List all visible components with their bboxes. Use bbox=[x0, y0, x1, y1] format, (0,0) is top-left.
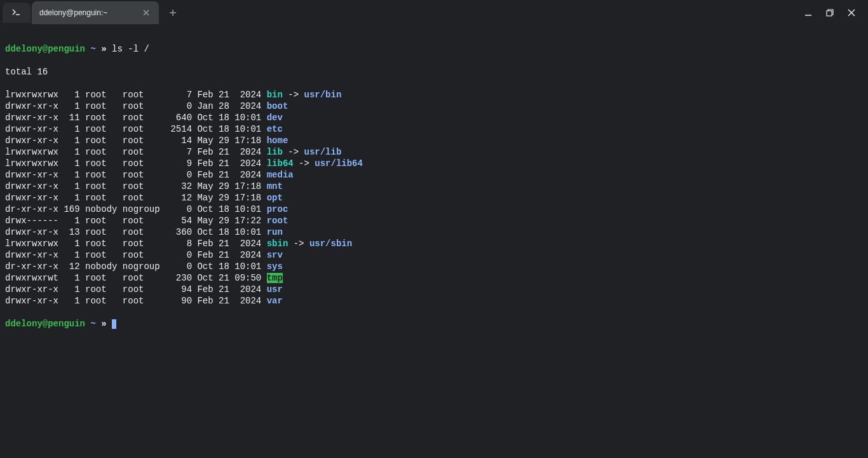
listing-row: drwxr-xr-x 13 root root 360 Oct 18 10:01… bbox=[5, 226, 863, 238]
symlink-arrow: -> bbox=[283, 147, 304, 157]
prompt-path: ~ bbox=[90, 44, 95, 54]
listing-name: opt bbox=[267, 193, 283, 203]
tab-active[interactable]: ddelony@penguin:~ bbox=[32, 1, 159, 24]
listing-name: mnt bbox=[267, 181, 283, 191]
listing-name: etc bbox=[267, 124, 283, 134]
prompt-user: ddelony@penguin bbox=[5, 44, 85, 54]
close-button[interactable] bbox=[846, 8, 857, 18]
listing-name: boot bbox=[267, 101, 288, 111]
close-icon bbox=[143, 10, 149, 16]
minimize-icon bbox=[804, 9, 812, 17]
prompt-user: ddelony@penguin bbox=[5, 319, 85, 329]
listing-row: drwxr-xr-x 1 root root 14 May 29 17:18 h… bbox=[5, 135, 863, 146]
listing-meta: lrwxrwxrwx 1 root root 7 Feb 21 2024 bbox=[5, 90, 267, 100]
maximize-button[interactable] bbox=[825, 8, 835, 18]
listing-name: dev bbox=[267, 113, 283, 123]
listing-name: sbin bbox=[267, 239, 288, 249]
prompt-arrow: » bbox=[101, 44, 106, 54]
listing-row: lrwxrwxrwx 1 root root 9 Feb 21 2024 lib… bbox=[5, 158, 863, 169]
titlebar: ddelony@penguin:~ bbox=[0, 0, 868, 25]
listing-container: lrwxrwxrwx 1 root root 7 Feb 21 2024 bin… bbox=[5, 89, 863, 307]
symlink-target: usr/lib bbox=[304, 147, 342, 157]
listing-meta: drwxr-xr-x 1 root root 0 Feb 21 2024 bbox=[5, 170, 267, 180]
terminal-output[interactable]: ddelony@penguin ~ » ls -l / total 16 lrw… bbox=[0, 25, 868, 347]
listing-meta: drwxr-xr-x 1 root root 94 Feb 21 2024 bbox=[5, 284, 267, 295]
listing-name: usr bbox=[267, 284, 283, 295]
symlink-target: usr/sbin bbox=[309, 239, 352, 249]
symlink-arrow: -> bbox=[294, 158, 315, 169]
prompt-line: ddelony@penguin ~ » ls -l / bbox=[5, 43, 863, 55]
symlink-target: usr/lib64 bbox=[315, 158, 363, 169]
listing-meta: drwxr-xr-x 1 root root 90 Feb 21 2024 bbox=[5, 296, 267, 306]
terminal-launcher-icon[interactable] bbox=[3, 3, 31, 23]
tab-close-button[interactable] bbox=[141, 8, 151, 18]
listing-row: drwxr-xr-x 1 root root 0 Feb 21 2024 srv bbox=[5, 249, 863, 261]
listing-meta: lrwxrwxrwx 1 root root 7 Feb 21 2024 bbox=[5, 147, 267, 157]
close-icon bbox=[848, 9, 855, 17]
tab-group: ddelony@penguin:~ bbox=[3, 0, 182, 25]
listing-row: lrwxrwxrwx 1 root root 8 Feb 21 2024 sbi… bbox=[5, 238, 863, 249]
symlink-target: usr/bin bbox=[304, 90, 342, 100]
listing-row: drwxr-xr-x 11 root root 640 Oct 18 10:01… bbox=[5, 112, 863, 123]
prompt-arrow: » bbox=[101, 319, 106, 329]
total-line: total 16 bbox=[5, 66, 863, 78]
listing-row: dr-xr-xr-x 12 nobody nogroup 0 Oct 18 10… bbox=[5, 261, 863, 272]
window-controls bbox=[803, 8, 865, 18]
listing-name: var bbox=[267, 296, 283, 306]
listing-row: drwxr-xr-x 1 root root 90 Feb 21 2024 va… bbox=[5, 295, 863, 307]
listing-row: drwxr-xr-x 1 root root 2514 Oct 18 10:01… bbox=[5, 123, 863, 135]
listing-name: media bbox=[267, 170, 294, 180]
plus-icon bbox=[169, 9, 177, 17]
listing-row: dr-xr-xr-x 169 nobody nogroup 0 Oct 18 1… bbox=[5, 204, 863, 215]
prompt-path: ~ bbox=[90, 319, 95, 329]
listing-meta: drwxrwxrwt 1 root root 230 Oct 21 09:50 bbox=[5, 273, 267, 283]
maximize-icon bbox=[826, 9, 834, 17]
listing-name: lib bbox=[267, 147, 283, 157]
listing-meta: drwx------ 1 root root 54 May 29 17:22 bbox=[5, 216, 267, 226]
prompt-line-2: ddelony@penguin ~ » bbox=[5, 318, 863, 330]
new-tab-button[interactable] bbox=[164, 4, 182, 22]
listing-row: drwxr-xr-x 1 root root 0 Feb 21 2024 med… bbox=[5, 169, 863, 181]
listing-meta: lrwxrwxrwx 1 root root 8 Feb 21 2024 bbox=[5, 239, 267, 249]
listing-row: drwxr-xr-x 1 root root 12 May 29 17:18 o… bbox=[5, 192, 863, 204]
command-text: ls -l / bbox=[112, 44, 149, 54]
listing-name: run bbox=[267, 227, 283, 237]
listing-name: sys bbox=[267, 261, 283, 272]
prompt-icon bbox=[11, 8, 22, 18]
listing-name: srv bbox=[267, 250, 283, 260]
symlink-arrow: -> bbox=[288, 239, 309, 249]
listing-row: drwx------ 1 root root 54 May 29 17:22 r… bbox=[5, 215, 863, 226]
svg-rect-6 bbox=[827, 11, 832, 16]
listing-meta: drwxr-xr-x 1 root root 14 May 29 17:18 bbox=[5, 135, 267, 146]
listing-name: tmp bbox=[267, 273, 283, 283]
tab-title: ddelony@penguin:~ bbox=[39, 8, 107, 17]
listing-name: home bbox=[267, 135, 288, 146]
listing-meta: drwxr-xr-x 13 root root 360 Oct 18 10:01 bbox=[5, 227, 267, 237]
listing-name: bin bbox=[267, 90, 283, 100]
listing-meta: drwxr-xr-x 1 root root 2514 Oct 18 10:01 bbox=[5, 124, 267, 134]
symlink-arrow: -> bbox=[283, 90, 304, 100]
listing-row: drwxr-xr-x 1 root root 0 Jan 28 2024 boo… bbox=[5, 101, 863, 112]
listing-name: lib64 bbox=[267, 158, 294, 169]
minimize-button[interactable] bbox=[803, 8, 813, 18]
listing-meta: dr-xr-xr-x 12 nobody nogroup 0 Oct 18 10… bbox=[5, 261, 267, 272]
listing-meta: drwxr-xr-x 1 root root 12 May 29 17:18 bbox=[5, 193, 267, 203]
listing-row: drwxr-xr-x 1 root root 32 May 29 17:18 m… bbox=[5, 181, 863, 192]
cursor bbox=[112, 319, 116, 329]
listing-row: lrwxrwxrwx 1 root root 7 Feb 21 2024 bin… bbox=[5, 89, 863, 101]
listing-row: drwxrwxrwt 1 root root 230 Oct 21 09:50 … bbox=[5, 272, 863, 284]
listing-row: lrwxrwxrwx 1 root root 7 Feb 21 2024 lib… bbox=[5, 146, 863, 158]
listing-meta: drwxr-xr-x 1 root root 32 May 29 17:18 bbox=[5, 181, 267, 191]
listing-row: drwxr-xr-x 1 root root 94 Feb 21 2024 us… bbox=[5, 284, 863, 295]
listing-name: root bbox=[267, 216, 288, 226]
listing-meta: drwxr-xr-x 1 root root 0 Feb 21 2024 bbox=[5, 250, 267, 260]
listing-name: proc bbox=[267, 204, 288, 214]
listing-meta: dr-xr-xr-x 169 nobody nogroup 0 Oct 18 1… bbox=[5, 204, 267, 214]
listing-meta: drwxr-xr-x 11 root root 640 Oct 18 10:01 bbox=[5, 113, 267, 123]
listing-meta: lrwxrwxrwx 1 root root 9 Feb 21 2024 bbox=[5, 158, 267, 169]
listing-meta: drwxr-xr-x 1 root root 0 Jan 28 2024 bbox=[5, 101, 267, 111]
